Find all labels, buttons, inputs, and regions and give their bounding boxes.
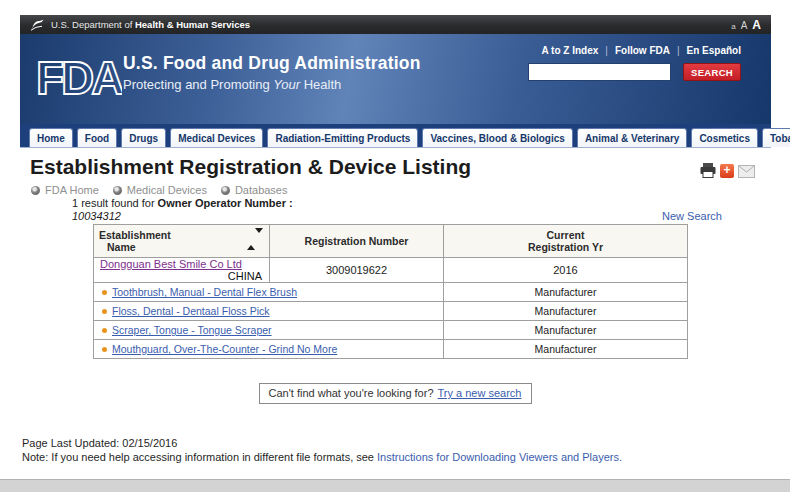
- fda-title: U.S. Food and Drug Administration: [123, 53, 421, 74]
- search-button[interactable]: SEARCH: [683, 63, 741, 81]
- tab-vaccines-blood-biologics[interactable]: Vaccines, Blood & Biologics: [422, 128, 572, 147]
- viewers-players-link[interactable]: Instructions for Downloading Viewers and…: [377, 451, 622, 463]
- device-row: Toothbrush, Manual - Dental Flex Brush M…: [94, 283, 688, 302]
- link-separator: |: [605, 45, 608, 56]
- tab-medical-devices[interactable]: Medical Devices: [170, 128, 263, 147]
- breadcrumb-fda-home[interactable]: FDA Home: [31, 184, 99, 196]
- font-size-controls: a A A: [731, 18, 761, 32]
- breadcrumb-dot-icon: [221, 186, 230, 195]
- breadcrumb-databases[interactable]: Databases: [221, 184, 288, 196]
- font-size-small[interactable]: a: [731, 22, 735, 31]
- bullet-icon: [102, 309, 107, 314]
- a-to-z-link[interactable]: A to Z Index: [541, 45, 598, 56]
- establishment-country: CHINA: [228, 270, 262, 282]
- device-role: Manufacturer: [444, 283, 688, 302]
- try-new-search-box: Can't find what you're looking for?Try a…: [259, 383, 532, 404]
- header-links: A to Z Index|Follow FDA|En Español: [528, 45, 741, 56]
- device-link[interactable]: Floss, Dental - Dentaal Floss Pick: [112, 305, 270, 317]
- bottom-strip: [0, 479, 790, 492]
- search-input[interactable]: [528, 63, 671, 81]
- registration-yr-header: Current Registration Yr: [444, 225, 688, 258]
- owner-operator-number: 10034312: [72, 210, 293, 223]
- follow-fda-link[interactable]: Follow FDA: [615, 45, 670, 56]
- tab-tobacco-products[interactable]: Tobacco Products: [762, 128, 790, 147]
- device-row: Mouthguard, Over-The-Counter - Grind No …: [94, 340, 688, 359]
- hhs-eagle-icon: [30, 18, 45, 31]
- breadcrumb-dot-icon: [113, 186, 122, 195]
- page-title: Establishment Registration & Device List…: [30, 155, 471, 179]
- new-search-link[interactable]: New Search: [662, 210, 722, 222]
- en-espanol-link[interactable]: En Español: [687, 45, 741, 56]
- main-nav: Home Food Drugs Medical Devices Radiatio…: [20, 124, 771, 148]
- email-icon[interactable]: [738, 165, 755, 178]
- bullet-icon: [102, 290, 107, 295]
- device-role: Manufacturer: [444, 302, 688, 321]
- device-link[interactable]: Scraper, Tongue - Tongue Scraper: [112, 324, 272, 336]
- device-link[interactable]: Mouthguard, Over-The-Counter - Grind No …: [112, 343, 337, 355]
- tab-animal-veterinary[interactable]: Animal & Veterinary: [577, 128, 687, 147]
- tab-radiation-emitting-products[interactable]: Radiation-Emitting Products: [267, 128, 418, 147]
- fda-header: FDA U.S. Food and Drug Administration Pr…: [20, 34, 771, 124]
- establishment-name-header: Establishment Name: [94, 225, 270, 258]
- device-role: Manufacturer: [444, 340, 688, 359]
- font-size-large[interactable]: A: [752, 18, 761, 32]
- fda-tagline: Protecting and Promoting Your Health: [123, 77, 421, 92]
- try-new-search-text: Can't find what you're looking for?: [269, 387, 434, 399]
- table-header-row: Establishment Name Registration Number C…: [94, 225, 688, 258]
- tab-home[interactable]: Home: [29, 128, 73, 147]
- hhs-top-bar: U.S. Department of Health & Human Servic…: [20, 15, 771, 34]
- fda-title-block: U.S. Food and Drug Administration Protec…: [123, 53, 421, 92]
- try-new-search-link[interactable]: Try a new search: [438, 387, 522, 399]
- result-summary: 1 result found for Owner Operator Number…: [72, 197, 293, 222]
- share-plus-icon[interactable]: +: [720, 164, 734, 178]
- device-link[interactable]: Toothbrush, Manual - Dental Flex Brush: [112, 286, 297, 298]
- establishment-link[interactable]: Dongguan Best Smile Co Ltd: [100, 258, 242, 270]
- registration-number-header: Registration Number: [270, 225, 444, 258]
- tab-food[interactable]: Food: [77, 128, 117, 147]
- page-footer: Page Last Updated: 02/15/2016 Note: If y…: [22, 437, 622, 464]
- screen: U.S. Department of Health & Human Servic…: [0, 0, 790, 492]
- page-action-icons: +: [700, 163, 755, 182]
- link-separator: |: [677, 45, 680, 56]
- footer-note: Note: If you need help accessing informa…: [22, 451, 622, 465]
- breadcrumb-medical-devices[interactable]: Medical Devices: [113, 184, 207, 196]
- page-last-updated: Page Last Updated: 02/15/2016: [22, 437, 622, 451]
- registration-number-value: 3009019622: [270, 258, 444, 283]
- svg-text:FDA: FDA: [36, 52, 122, 104]
- font-size-medium[interactable]: A: [741, 20, 748, 31]
- establishment-row: Dongguan Best Smile Co Ltd CHINA 3009019…: [94, 258, 688, 283]
- search-row: SEARCH: [528, 63, 741, 81]
- device-role: Manufacturer: [444, 321, 688, 340]
- breadcrumb-dot-icon: [31, 186, 40, 195]
- print-icon[interactable]: [700, 163, 716, 182]
- header-right: A to Z Index|Follow FDA|En Español SEARC…: [528, 45, 741, 81]
- site-chrome: U.S. Department of Health & Human Servic…: [20, 15, 771, 148]
- fda-logo[interactable]: FDA: [34, 52, 122, 108]
- breadcrumb: FDA Home Medical Devices Databases: [31, 184, 301, 196]
- device-row: Floss, Dental - Dentaal Floss Pick Manuf…: [94, 302, 688, 321]
- device-row: Scraper, Tongue - Tongue Scraper Manufac…: [94, 321, 688, 340]
- tab-cosmetics[interactable]: Cosmetics: [691, 128, 758, 147]
- bullet-icon: [102, 347, 107, 352]
- hhs-label: U.S. Department of Health & Human Servic…: [51, 19, 250, 30]
- results-table: Establishment Name Registration Number C…: [93, 224, 688, 359]
- bullet-icon: [102, 328, 107, 333]
- tab-drugs[interactable]: Drugs: [121, 128, 166, 147]
- sort-icon[interactable]: [247, 233, 263, 245]
- registration-year-value: 2016: [444, 258, 688, 283]
